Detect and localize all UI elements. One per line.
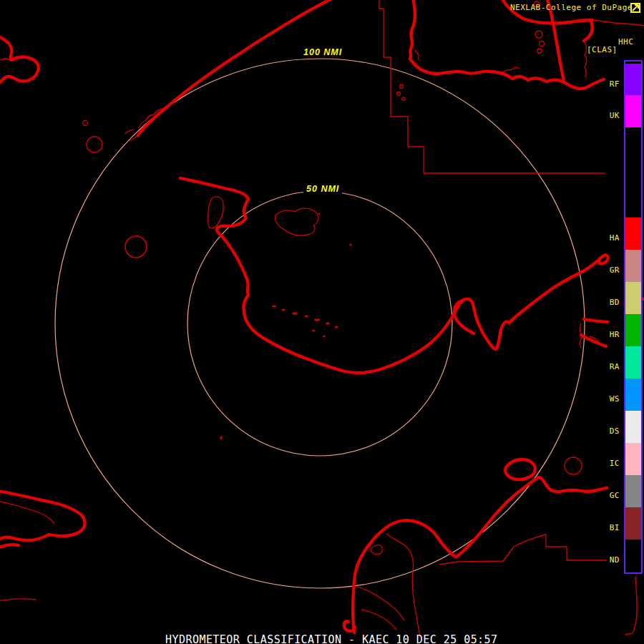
range-ring-50nmi: [187, 191, 452, 456]
legend-label-nd: ND: [610, 555, 620, 565]
legend-label-uk: UK: [610, 111, 620, 120]
legend-label-hr: HR: [610, 330, 620, 339]
legend-label-gr: GR: [610, 265, 620, 275]
legend-swatch-ws: [625, 379, 641, 411]
legend-label-ra: RA: [610, 362, 620, 371]
map-outlines-thin: [0, 0, 644, 636]
legend-label-ds: DS: [610, 426, 620, 436]
legend-swatch-nd: [625, 540, 641, 572]
legend-swatch-hr: [625, 314, 641, 346]
legend-swatch-bd: [625, 282, 641, 314]
legend-label-ha: HA: [610, 233, 620, 243]
legend-label-ws: WS: [610, 394, 620, 404]
legend-swatch-ic: [625, 443, 641, 475]
ring-label-50nmi: 50 NMI: [303, 184, 342, 194]
coastlines-thick: [0, 0, 644, 633]
legend-swatch-bi: [625, 507, 641, 540]
site-title: NEXLAB-College of DuPage: [510, 3, 633, 12]
legend-swatch-rf: [625, 64, 641, 95]
legend-swatch-ra: [625, 346, 641, 379]
legend-label-bd: BD: [610, 298, 620, 307]
radar-display: 100 NMI 50 NMI NEXLAB-College of DuPage …: [0, 0, 644, 644]
legend-label-rf: RF: [610, 79, 620, 89]
product-tag-label: [CLAS]: [587, 45, 618, 54]
island-specks: [220, 213, 351, 439]
legend-label-ic: IC: [610, 459, 620, 468]
legend-swatch-uk: [625, 95, 641, 127]
legend-label-bi: BI: [610, 523, 620, 532]
legend-label-gc: GC: [610, 491, 620, 500]
ring-label-100nmi: 100 NMI: [301, 47, 345, 57]
nexlab-logo-icon: [630, 3, 640, 13]
legend-swatch-gr: [625, 250, 641, 282]
statusbar-product-text: HYDROMETEOR CLASSIFICATION - KAEC 10 DEC…: [165, 633, 498, 644]
legend-swatch-ds: [625, 411, 641, 443]
legend-swatch-ha: [625, 218, 641, 250]
legend-swatch-gc: [625, 475, 641, 507]
legend-color-bar: [624, 60, 643, 574]
product-code-label: HHC: [618, 37, 633, 47]
radar-map-canvas: [0, 0, 644, 644]
